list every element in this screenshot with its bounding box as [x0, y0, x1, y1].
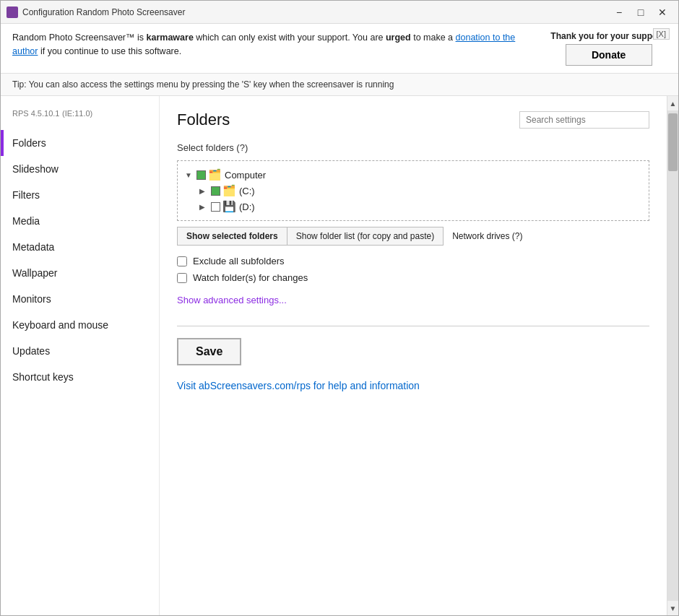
exclude-subfolders-label[interactable]: Exclude all subfolders — [193, 256, 284, 266]
save-button[interactable]: Save — [177, 338, 241, 365]
sidebar-item-slideshow[interactable]: Slideshow — [1, 156, 159, 182]
banner-text-p2: which can only exist with your support. … — [194, 32, 386, 43]
tree-label-computer: Computer — [225, 170, 266, 181]
sidebar-item-filters[interactable]: Filters — [1, 182, 159, 208]
sidebar-item-folders[interactable]: Folders — [1, 130, 159, 156]
sidebar-item-label-shortcut-keys: Shortcut keys — [12, 371, 74, 383]
banner-text-p1: Random Photo Screensaver™ is — [12, 32, 147, 43]
app-version: RPS 4.5.10.1 (IE:11.0) — [1, 108, 159, 130]
maximize-button[interactable]: □ — [631, 4, 651, 21]
tip-text: Tip: You can also access the settings me… — [12, 79, 394, 90]
tree-arrow-d[interactable]: ▶ — [199, 203, 211, 211]
main-window: Configuration Random Photo Screensaver −… — [0, 0, 679, 616]
tree-checkbox-computer[interactable] — [196, 170, 206, 180]
version-number: RPS 4.5.10.1 — [12, 109, 59, 118]
page-title: Folders — [177, 110, 230, 129]
show-folder-list-button[interactable]: Show folder list (for copy and paste) — [287, 227, 444, 246]
scroll-up-button[interactable]: ▲ — [667, 96, 678, 110]
version-sub: (IE:11.0) — [62, 109, 92, 118]
tip-bar: Tip: You can also access the settings me… — [1, 74, 678, 96]
banner-row: Random Photo Screensaver™ is karmaware w… — [12, 31, 667, 66]
sidebar-item-label-metadata: Metadata — [12, 241, 54, 253]
minimize-button[interactable]: − — [609, 4, 629, 21]
urged-text: urged — [386, 32, 411, 43]
sidebar-item-label-folders: Folders — [12, 137, 46, 149]
app-icon — [7, 6, 18, 18]
advanced-settings-link[interactable]: Show advanced settings... — [177, 295, 287, 305]
sidebar-item-label-keyboard-mouse: Keyboard and mouse — [12, 319, 108, 331]
close-button[interactable]: ✕ — [652, 4, 672, 21]
window-controls: − □ ✕ — [609, 4, 672, 21]
watch-folder-row: Watch folder(s) for changes — [177, 272, 649, 283]
folder-icon-c: 🗂️ — [222, 184, 236, 197]
sidebar-item-label-media: Media — [12, 215, 40, 227]
karmaware-text: karmaware — [147, 32, 194, 43]
folder-actions: Show selected folders Show folder list (… — [177, 227, 649, 246]
sidebar-item-label-filters: Filters — [12, 189, 40, 201]
scroll-track[interactable] — [667, 110, 678, 601]
banner-text-p4: if you continue to use this software. — [38, 46, 181, 56]
sidebar-item-label-slideshow: Slideshow — [12, 163, 59, 175]
tree-label-c: (C:) — [239, 186, 255, 196]
sidebar-item-label-wallpaper: Wallpaper — [12, 267, 58, 279]
sidebar-item-label-monitors: Monitors — [12, 293, 51, 305]
show-selected-folders-button[interactable]: Show selected folders — [177, 227, 287, 246]
tree-checkbox-d[interactable] — [211, 202, 220, 212]
sidebar-item-media[interactable]: Media — [1, 208, 159, 234]
sidebar-item-keyboard-mouse[interactable]: Keyboard and mouse — [1, 312, 159, 338]
help-link[interactable]: Visit abScreensavers.com/rps for help an… — [177, 380, 649, 391]
content-header: Folders — [177, 110, 649, 129]
folder-icon-computer: 🗂️ — [208, 168, 222, 181]
sidebar-item-label-updates: Updates — [12, 345, 50, 357]
sidebar: RPS 4.5.10.1 (IE:11.0) Folders Slideshow… — [1, 96, 160, 615]
search-input[interactable] — [519, 111, 649, 129]
banner-text-p3: to make a — [411, 32, 456, 43]
top-banner: [X] Random Photo Screensaver™ is karmawa… — [1, 24, 678, 74]
scroll-thumb[interactable] — [668, 113, 678, 171]
scroll-down-button[interactable]: ▼ — [667, 601, 678, 615]
banner-text: Random Photo Screensaver™ is karmaware w… — [12, 31, 542, 58]
exclude-subfolders-row: Exclude all subfolders — [177, 256, 649, 266]
title-bar: Configuration Random Photo Screensaver −… — [1, 1, 678, 24]
tree-arrow-c[interactable]: ▶ — [199, 187, 211, 195]
content-area: Folders Select folders (?) ▼ 🗂️ Computer… — [160, 96, 667, 615]
tree-item-c-drive[interactable]: ▶ 🗂️ (C:) — [185, 183, 641, 199]
folder-icon-d: 💾 — [222, 200, 236, 213]
sidebar-item-monitors[interactable]: Monitors — [1, 286, 159, 312]
donate-button[interactable]: Donate — [566, 44, 652, 66]
tree-item-d-drive[interactable]: ▶ 💾 (D:) — [185, 199, 641, 214]
tree-item-computer[interactable]: ▼ 🗂️ Computer — [185, 167, 641, 183]
thank-you-text: Thank you for your support! — [550, 31, 667, 41]
divider — [177, 326, 649, 326]
tree-arrow-computer[interactable]: ▼ — [185, 171, 196, 179]
tree-checkbox-c[interactable] — [211, 186, 220, 196]
folder-tree: ▼ 🗂️ Computer ▶ 🗂️ (C:) ▶ 💾 (D — [177, 160, 649, 221]
banner-collapse-button[interactable]: [X] — [653, 28, 670, 40]
network-drives-button[interactable]: Network drives (?) — [444, 227, 531, 246]
watch-folder-label[interactable]: Watch folder(s) for changes — [193, 272, 308, 283]
sidebar-item-wallpaper[interactable]: Wallpaper — [1, 260, 159, 286]
banner-right: Thank you for your support! Donate — [550, 31, 667, 66]
watch-folder-checkbox[interactable] — [177, 273, 187, 283]
sidebar-item-shortcut-keys[interactable]: Shortcut keys — [1, 364, 159, 390]
scrollbar: ▲ ▼ — [667, 96, 678, 615]
select-folders-label: Select folders (?) — [177, 142, 649, 153]
main-content: RPS 4.5.10.1 (IE:11.0) Folders Slideshow… — [1, 96, 678, 615]
exclude-subfolders-checkbox[interactable] — [177, 256, 187, 266]
sidebar-item-updates[interactable]: Updates — [1, 338, 159, 364]
sidebar-item-metadata[interactable]: Metadata — [1, 234, 159, 260]
tree-label-d: (D:) — [239, 201, 255, 212]
window-title: Configuration Random Photo Screensaver — [22, 7, 609, 17]
